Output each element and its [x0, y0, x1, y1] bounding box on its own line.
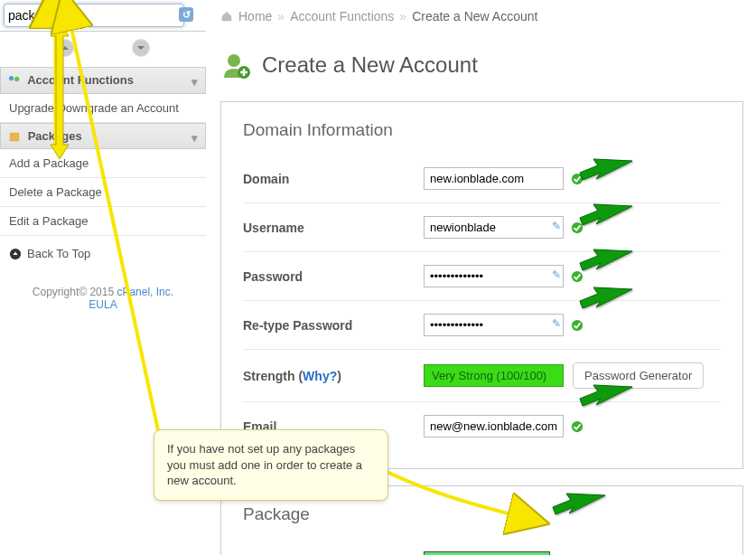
check-icon [571, 319, 583, 332]
account-icon [8, 75, 21, 88]
label-password: Password [243, 269, 424, 284]
create-account-icon [220, 49, 253, 81]
sidebar-section-account-functions[interactable]: Account Functions ▾ [0, 67, 206, 94]
section-label: Account Functions [27, 73, 134, 87]
domain-input[interactable] [424, 167, 564, 190]
sidebar-section-packages[interactable]: Packages ▾ [0, 123, 206, 150]
why-link[interactable]: Why? [303, 369, 337, 383]
label-retype-password: Re-type Password [243, 318, 424, 333]
svg-point-3 [14, 76, 19, 80]
back-to-top-link[interactable]: Back To Top [0, 236, 206, 271]
label-strength: Strength (Why?) [243, 369, 424, 383]
key-icon: ✎ [552, 268, 561, 281]
copyright-text: Copyright© 2015 cPanel, Inc. EULA [0, 271, 206, 325]
home-icon[interactable] [220, 10, 233, 23]
password-input[interactable] [424, 265, 564, 287]
search-input[interactable] [4, 4, 184, 27]
package-tooltip: If you have not set up any packages you … [154, 429, 388, 501]
email-input[interactable] [424, 415, 564, 437]
collapse-down-icon[interactable] [132, 39, 150, 57]
breadcrumb-current: Create a New Account [412, 9, 537, 24]
svg-point-2 [9, 75, 14, 80]
chevron-down-icon: ▾ [191, 131, 198, 145]
retype-password-input[interactable] [424, 314, 564, 336]
label-domain: Domain [243, 172, 424, 186]
breadcrumb-home[interactable]: Home [238, 9, 272, 24]
password-generator-button[interactable]: Password Generator [573, 362, 704, 389]
panel-heading: Package [243, 504, 721, 524]
sidebar-item-edit-package[interactable]: Edit a Package [0, 207, 206, 236]
svg-point-8 [572, 173, 583, 183]
svg-rect-4 [10, 133, 20, 142]
svg-point-12 [572, 420, 583, 431]
svg-point-11 [572, 319, 583, 330]
collapse-up-icon[interactable] [56, 39, 74, 57]
chevron-down-icon: ▾ [191, 75, 198, 89]
section-label: Packages [28, 129, 82, 143]
eula-link[interactable]: EULA [89, 298, 117, 311]
strength-badge: Very Strong (100/100) [424, 364, 564, 387]
sidebar-item-upgrade-downgrade[interactable]: Upgrade/Downgrade an Account [0, 94, 206, 123]
breadcrumb-section[interactable]: Account Functions [290, 9, 394, 24]
label-username: Username [243, 221, 424, 235]
sidebar-item-add-package[interactable]: Add a Package [0, 149, 206, 178]
check-icon [571, 221, 583, 234]
check-icon [571, 173, 583, 185]
username-input[interactable] [424, 216, 564, 239]
breadcrumb: Home » Account Functions » Create a New … [208, 0, 756, 33]
key-icon: ✎ [552, 317, 561, 330]
arrow-up-icon [9, 248, 22, 260]
cpanel-link[interactable]: cPanel, Inc. [117, 286, 173, 298]
user-icon: ✎ [552, 220, 561, 232]
panel-domain-info: Domain Information Domain Username ✎ Pas… [220, 101, 743, 469]
check-icon [571, 420, 583, 433]
svg-point-9 [572, 221, 583, 232]
clear-search-icon[interactable]: ↺ [179, 7, 193, 22]
page-title: Create a New Account [262, 52, 478, 78]
panel-heading: Domain Information [243, 120, 721, 140]
svg-point-6 [228, 54, 240, 67]
package-select[interactable]: Small [424, 551, 550, 555]
sidebar-item-delete-package[interactable]: Delete a Package [0, 178, 206, 207]
package-icon [8, 130, 21, 143]
svg-point-10 [572, 270, 583, 281]
check-icon [571, 270, 583, 283]
